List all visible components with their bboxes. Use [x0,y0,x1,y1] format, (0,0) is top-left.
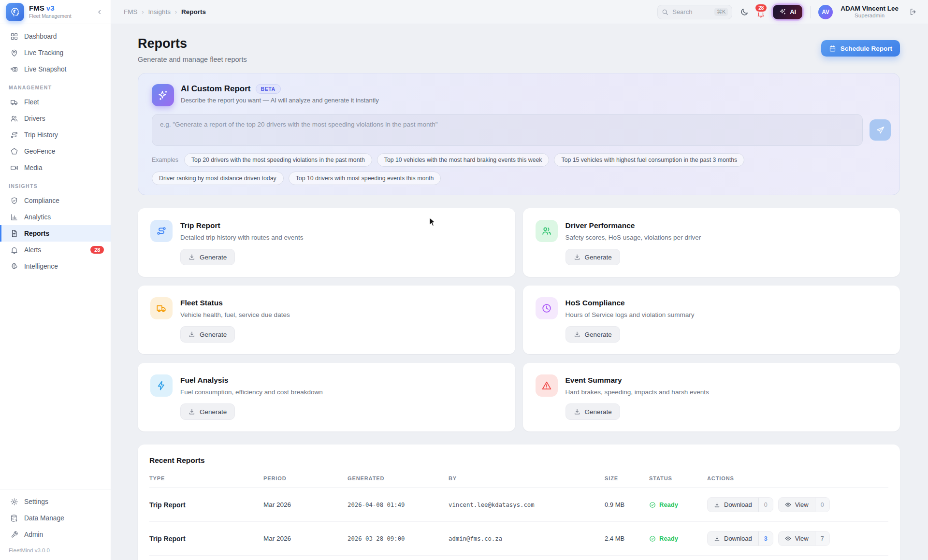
sidebar-item-live-snapshot[interactable]: Live Snapshot [0,61,111,77]
ai-send-button[interactable] [870,119,891,141]
generate-fuel-analysis-button[interactable]: Generate [180,403,235,420]
card-title: Trip Report [180,221,303,230]
report-size: 2.4 MB [605,522,649,556]
sidebar-section-insights: INSIGHTS [0,176,111,192]
sidebar-item-live-tracking[interactable]: Live Tracking [0,44,111,61]
breadcrumb-section[interactable]: Insights [148,8,171,15]
ai-assistant-button[interactable]: AI [773,5,802,19]
generate-trip-report-button[interactable]: Generate [180,249,235,265]
status-badge: Ready [649,501,703,508]
generate-event-summary-button[interactable]: Generate [566,403,620,420]
column-by: BY [449,472,605,488]
route-icon [150,220,173,242]
sidebar-item-label: Alerts [24,246,41,254]
report-card-event-summary: Event Summary Hard brakes, speeding, imp… [523,363,900,431]
search-input[interactable] [672,8,710,15]
report-generated: 2026-03-28 09:00 [348,522,449,556]
check-circle-icon [649,535,656,542]
user-role: Superadmin [841,13,899,19]
sidebar-item-data-manage[interactable]: Data Manage [0,510,111,526]
example-chip[interactable]: Top 10 vehicles with the most hard braki… [377,153,550,167]
sidebar-header: FMS v3 Fleet Management [0,0,111,24]
view-count: 0 [815,498,829,512]
sidebar-item-fleet[interactable]: Fleet [0,94,111,110]
sidebar-item-label: Trip History [24,131,58,139]
sidebar-item-compliance[interactable]: Compliance [0,192,111,209]
sidebar-item-intelligence[interactable]: Intelligence [0,258,111,274]
sidebar-item-analytics[interactable]: Analytics [0,209,111,225]
sidebar-item-settings[interactable]: Settings [0,493,111,510]
dark-mode-toggle[interactable] [740,8,749,16]
generate-driver-performance-button[interactable]: Generate [566,249,620,265]
sidebar-item-geofence[interactable]: GeoFence [0,143,111,159]
generate-fleet-status-button[interactable]: Generate [180,326,235,343]
sidebar-item-label: Compliance [24,197,59,204]
download-button[interactable]: Download 3 [707,531,773,546]
status-label: Ready [659,535,678,542]
breadcrumb-separator: › [175,9,177,15]
breadcrumb-separator: › [142,9,144,15]
sidebar-item-drivers[interactable]: Drivers [0,110,111,127]
view-label: View [795,535,809,542]
example-chip[interactable]: Top 10 drivers with most speeding events… [289,172,441,185]
brand-logo [6,3,24,21]
sidebar-item-dashboard[interactable]: Dashboard [0,28,111,44]
view-button[interactable]: View 0 [778,497,830,512]
bell-icon [10,246,18,254]
card-title: Fleet Status [180,299,290,307]
breadcrumb-root[interactable]: FMS [124,8,138,15]
paper-plane-icon [876,126,885,135]
download-count: 0 [758,498,773,512]
shield-check-icon [10,197,18,205]
ai-prompt-input[interactable] [152,114,863,146]
dashboard-icon [10,32,18,41]
download-icon [714,535,720,542]
brand-name: FMS [29,4,44,12]
schedule-report-label: Schedule Report [841,45,892,52]
sidebar-item-reports[interactable]: Reports [0,225,111,242]
sidebar-item-label: Drivers [24,115,45,122]
avatar[interactable]: AV [818,5,833,19]
search-box[interactable]: ⌘K [657,5,732,19]
download-icon [714,502,720,508]
sidebar-collapse-button[interactable] [94,7,105,17]
report-card-fuel-analysis: Fuel Analysis Fuel consumption, efficien… [138,363,515,431]
generate-hos-compliance-button[interactable]: Generate [566,326,620,343]
ai-panel-subtitle: Describe the report you want — AI will a… [181,97,379,104]
download-button[interactable]: Download 0 [707,497,773,512]
example-chip[interactable]: Driver ranking by most distance driven t… [152,172,284,185]
recent-reports-panel: Recent Reports TYPE PERIOD GENERATED BY … [138,445,900,560]
report-period: Mar 2026 [263,488,348,522]
report-card-trip-report: Trip Report Detailed trip history with r… [138,208,515,277]
sidebar-item-label: GeoFence [24,148,55,155]
sidebar-nav: Dashboard Live Tracking Live Snapshot MA… [0,24,111,489]
generate-label: Generate [585,254,612,261]
card-description: Detailed trip history with routes and ev… [180,234,303,241]
example-chip[interactable]: Top 20 drivers with the most speeding vi… [184,153,372,167]
sidebar-item-media[interactable]: Media [0,159,111,176]
user-menu[interactable]: ADAM Vincent Lee Superadmin [841,5,899,19]
notifications-button[interactable]: 28 [756,9,765,18]
download-icon [574,408,580,415]
report-size: 1.1 MB [605,556,649,560]
download-icon [188,408,195,415]
map-pin-icon [10,49,18,57]
sidebar-item-admin[interactable]: Admin [0,526,111,543]
ai-panel-icon-tile [152,84,174,106]
search-icon [662,9,668,15]
column-actions: ACTIONS [707,472,888,488]
example-chip[interactable]: Top 15 vehicles with highest fuel consum… [554,153,744,167]
download-label: Download [724,501,752,508]
logout-button[interactable] [909,8,917,16]
sidebar-item-trip-history[interactable]: Trip History [0,127,111,143]
table-row: Trip Report Mar 2026 2026-04-08 01:49 vi… [149,488,888,522]
generate-label: Generate [200,331,227,338]
users-icon [536,220,558,242]
schedule-report-button[interactable]: Schedule Report [821,40,900,57]
ai-examples: Examples Top 20 drivers with the most sp… [152,153,891,185]
view-button[interactable]: View 7 [778,531,830,546]
check-circle-icon [649,502,656,508]
brand-subtitle: Fleet Management [29,14,72,19]
report-size: 0.9 MB [605,488,649,522]
sidebar-item-alerts[interactable]: Alerts 28 [0,242,111,258]
